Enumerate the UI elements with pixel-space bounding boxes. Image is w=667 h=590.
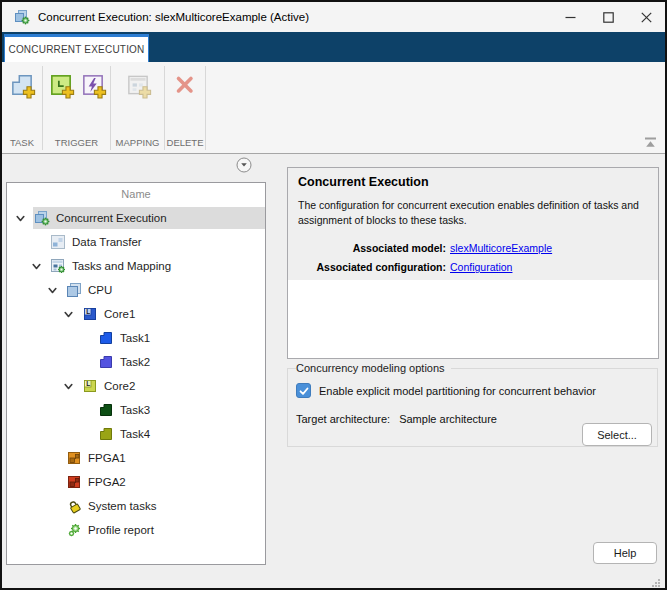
chevron-down-icon[interactable] [15, 213, 33, 224]
system-tasks-icon [66, 498, 82, 514]
tree-column-header: Name [7, 183, 265, 206]
enable-partitioning-label: Enable explicit model partitioning for c… [319, 385, 596, 397]
maximize-icon [603, 12, 614, 23]
associated-model-label: Associated model: [298, 239, 446, 258]
task-indigo-icon [98, 354, 114, 370]
associated-model-link[interactable]: slexMulticoreExample [450, 239, 552, 258]
add-task-button[interactable] [8, 71, 36, 99]
tree-item-label: FPGA1 [88, 452, 126, 464]
chevron-down-icon[interactable] [63, 309, 81, 320]
tree-item-cpu[interactable]: CPU [7, 278, 265, 302]
task-blue-icon [98, 330, 114, 346]
check-icon [298, 385, 310, 397]
svg-text:L: L [86, 380, 90, 387]
close-button[interactable] [627, 2, 665, 32]
resize-grip[interactable] [651, 574, 661, 584]
tree-panel: Name Concurrent Execution Data [6, 182, 266, 565]
ribbon-toolbar: TASK T [2, 62, 665, 154]
concurrency-options-group: Concurrency modeling options Enable expl… [287, 362, 658, 447]
mapping-button[interactable] [124, 71, 152, 99]
tasks-and-mapping-icon [50, 258, 66, 274]
tree-item-label: Task2 [120, 356, 150, 368]
collapse-panel-button[interactable] [236, 157, 252, 173]
tree-item-task1[interactable]: Task1 [7, 326, 265, 350]
tree-item-task2[interactable]: Task2 [7, 350, 265, 374]
toolstrip-tab-bar: CONCURRENT EXECUTION [2, 32, 665, 62]
help-button[interactable]: Help [593, 542, 657, 564]
tree-item-tasks-and-mapping[interactable]: Tasks and Mapping [7, 254, 265, 278]
task-olive-icon [98, 426, 114, 442]
tree-item-label: Data Transfer [72, 236, 142, 248]
add-aperiodic-trigger-icon [79, 71, 107, 99]
title-bar: Concurrent Execution: slexMulticoreExamp… [2, 2, 665, 32]
tree-item-label: System tasks [88, 500, 156, 512]
collapse-ribbon-icon [644, 137, 657, 148]
tree-item-label: Task1 [120, 332, 150, 344]
select-architecture-button[interactable]: Select... [582, 423, 652, 446]
ribbon-group-label: MAPPING [111, 137, 164, 148]
tree-item-label: FPGA2 [88, 476, 126, 488]
collapse-ribbon-button[interactable] [643, 136, 657, 148]
enable-partitioning-row: Enable explicit model partitioning for c… [296, 383, 649, 398]
add-periodic-trigger-icon [47, 71, 75, 99]
enable-partitioning-checkbox[interactable] [296, 383, 311, 398]
tree-item-label: Task3 [120, 404, 150, 416]
concurrent-execution-window: Concurrent Execution: slexMulticoreExamp… [0, 0, 667, 590]
ribbon-group-label: DELETE [165, 137, 205, 148]
fpga-orange-icon [66, 450, 82, 466]
chevron-down-icon[interactable] [47, 285, 65, 296]
cpu-icon [66, 282, 82, 298]
associated-model-row: Associated model: slexMulticoreExample [298, 239, 648, 258]
chevron-down-icon[interactable] [63, 381, 81, 392]
tree-item-data-transfer[interactable]: Data Transfer [7, 230, 265, 254]
tree-item-task3[interactable]: Task3 [7, 398, 265, 422]
tree-item-fpga2[interactable]: FPGA2 [7, 470, 265, 494]
ribbon-separator [205, 66, 206, 150]
tree-item-label: Profile report [88, 524, 154, 536]
tree-item-concurrent-execution[interactable]: Concurrent Execution [7, 206, 265, 230]
add-periodic-trigger-button[interactable] [47, 71, 75, 99]
associated-configuration-label: Associated configuration: [298, 258, 446, 277]
minimize-icon [565, 12, 576, 23]
tree-item-core1[interactable]: L Core1 [7, 302, 265, 326]
target-architecture-value: Sample architecture [399, 413, 497, 425]
task-dark-green-icon [98, 402, 114, 418]
chevron-down-icon[interactable] [31, 261, 49, 272]
delete-button[interactable] [171, 71, 199, 99]
ribbon-group-label: TASK [2, 137, 42, 148]
tree-item-task4[interactable]: Task4 [7, 422, 265, 446]
ribbon-group-label: TRIGGER [43, 137, 110, 148]
add-task-icon [8, 71, 36, 99]
window-controls [551, 2, 665, 32]
core-blue-icon: L [82, 306, 98, 322]
tree-item-label: Core1 [104, 308, 135, 320]
details-summary-block: Concurrent Execution The configuration f… [288, 168, 658, 280]
tree-item-fpga1[interactable]: FPGA1 [7, 446, 265, 470]
tree-item-system-tasks[interactable]: System tasks [7, 494, 265, 518]
maximize-button[interactable] [589, 2, 627, 32]
data-transfer-icon [50, 234, 66, 250]
ribbon-group-trigger: TRIGGER [43, 62, 110, 153]
tree-item-profile-report[interactable]: Profile report [7, 518, 265, 542]
target-architecture-label: Target architecture: [296, 413, 390, 425]
minimize-button[interactable] [551, 2, 589, 32]
window-title: Concurrent Execution: slexMulticoreExamp… [38, 2, 309, 32]
profile-report-icon [66, 522, 82, 538]
associated-configuration-link[interactable]: Configuration [450, 258, 512, 277]
tab-label: CONCURRENT EXECUTION [8, 44, 144, 55]
svg-text:L: L [86, 308, 90, 315]
concurrency-options-legend: Concurrency modeling options [296, 362, 451, 374]
tree-item-label: Concurrent Execution [56, 212, 167, 224]
concurrent-execution-app-icon [14, 9, 30, 25]
add-aperiodic-trigger-button[interactable] [79, 71, 107, 99]
tab-concurrent-execution[interactable]: CONCURRENT EXECUTION [4, 34, 149, 62]
close-icon [641, 12, 652, 23]
ribbon-group-task: TASK [2, 62, 42, 153]
details-description: The configuration for concurrent executi… [298, 198, 648, 228]
tree-item-label: Core2 [104, 380, 135, 392]
fpga-red-icon [66, 474, 82, 490]
tree-item-core2[interactable]: L Core2 [7, 374, 265, 398]
tree-item-label: CPU [88, 284, 112, 296]
ribbon-group-mapping: MAPPING [111, 62, 164, 153]
core-green-icon: L [82, 378, 98, 394]
